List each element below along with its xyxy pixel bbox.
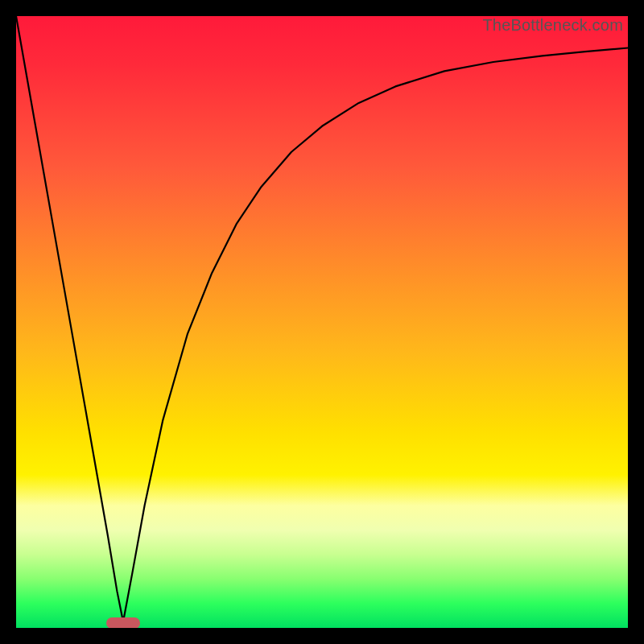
chart-frame: TheBottleneck.com: [0, 0, 644, 644]
watermark-text: TheBottleneck.com: [482, 16, 623, 35]
heat-gradient-background: [16, 16, 628, 628]
optimal-range-marker: [106, 617, 140, 628]
plot-area: TheBottleneck.com: [16, 16, 628, 628]
